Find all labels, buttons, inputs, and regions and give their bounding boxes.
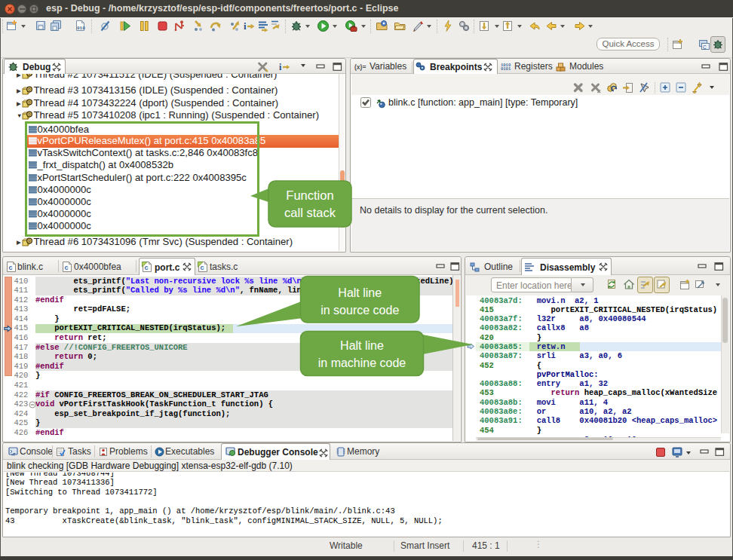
svg-text:i: i <box>244 20 247 32</box>
svg-text:0101: 0101 <box>501 66 511 71</box>
svg-text:i: i <box>279 62 282 72</box>
svg-text:010: 010 <box>77 26 85 31</box>
svg-text:(x)=: (x)= <box>354 63 366 71</box>
svg-text:C: C <box>703 44 707 50</box>
